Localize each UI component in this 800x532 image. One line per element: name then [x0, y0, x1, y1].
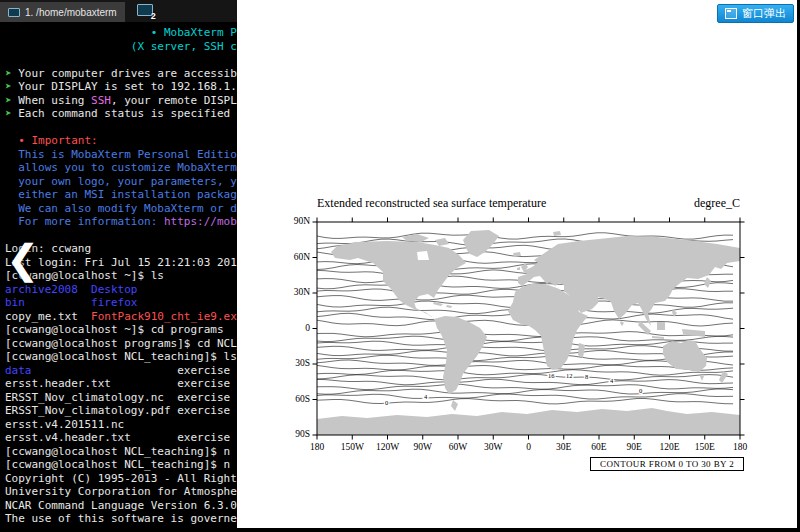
plot-window: 窗口弹出 Extended reconstructed sea surface … — [237, 0, 797, 528]
terminal-line — [5, 229, 242, 243]
terminal-line: [ccwang@localhost programs]$ cd NCL_teac… — [5, 337, 242, 351]
x-axis-label: 30E — [544, 442, 584, 452]
terminal-line: NCAR Command Language Version 6.3.0 — [5, 499, 242, 513]
terminal-line: This is MobaXterm Personal Edition. The … — [5, 148, 242, 162]
y-axis-label: 60N — [276, 252, 310, 262]
x-axis-label: 60W — [438, 442, 478, 452]
terminal-line: your own logo, your parameters, your wel… — [5, 175, 242, 189]
terminal-line: • MobaXterm Personal Edition v8.6 • — [5, 26, 242, 40]
svg-text:8: 8 — [585, 373, 588, 380]
terminal-line: ERSST_Nov_climatology.pdf exercise — [5, 404, 242, 418]
terminal-line: ERSST_Nov_climatology.nc exercise — [5, 391, 242, 405]
terminal-line: copy_me.txt FontPack910_cht_ie9.exe — [5, 310, 242, 324]
terminal-line: [ccwang@localhost NCL_teaching]$ n — [5, 458, 242, 472]
terminal-line: ➤ Your DISPLAY is set to 192.168.1.100:0… — [5, 80, 242, 94]
svg-text:12: 12 — [566, 372, 573, 379]
terminal-line: either an MSI installation package or a … — [5, 188, 242, 202]
terminal-line: data exercise — [5, 364, 242, 378]
continents — [317, 230, 740, 435]
popup-window-button[interactable]: 窗口弹出 — [717, 4, 794, 23]
contour-value-labels: 161284040 — [385, 372, 642, 406]
terminal-line: ersst.v4.header.txt exercise — [5, 431, 242, 445]
map-canvas: 161284040 — [310, 215, 748, 443]
terminal-line — [5, 121, 242, 135]
y-axis-label: 0 — [276, 323, 310, 333]
x-axis-label: 180 — [297, 442, 337, 452]
terminal-line: University Corporation for Atmospheric — [5, 485, 242, 499]
terminal-line: ➤ When using SSH, your remote DISPLAY is… — [5, 94, 242, 108]
terminal-line: [ccwang@localhost ~]$ cd programs — [5, 323, 242, 337]
terminal-line: [ccwang@localhost NCL_teaching]$ ls — [5, 350, 242, 364]
terminal-tab-bar: 1. /home/mobaxterm 2 — [0, 0, 237, 23]
x-axis-label: 60E — [579, 442, 619, 452]
tab-label: 1. /home/mobaxterm — [25, 7, 117, 18]
sst-contour-map: 161284040 90N60N30N030S60S90S180150W120W… — [317, 222, 740, 435]
terminal-line: allows you to customize MobaXterm for yo… — [5, 161, 242, 175]
terminal-line: The use of this software is governed — [5, 512, 242, 526]
svg-text:0: 0 — [385, 399, 388, 406]
y-axis-label: 30N — [276, 287, 310, 297]
svg-text:0: 0 — [639, 387, 642, 394]
x-axis-label: 150E — [685, 442, 725, 452]
svg-text:4: 4 — [424, 393, 428, 400]
y-axis-label: 90S — [276, 429, 310, 439]
terminal-line: ersst.v4.201511.nc — [5, 418, 242, 432]
terminal-tab-icon — [8, 8, 20, 17]
x-axis-label: 30W — [473, 442, 513, 452]
terminal-line: • Important: — [5, 134, 242, 148]
x-axis-label: 150W — [332, 442, 372, 452]
y-axis-label: 90N — [276, 216, 310, 226]
tab-2[interactable]: 2 — [135, 1, 157, 21]
terminal-line: Last login: Fri Jul 15 21:21:03 2016 — [5, 256, 242, 270]
contour-info-box: CONTOUR FROM 0 TO 30 BY 2 — [590, 457, 744, 471]
terminal-line: ➤ Each command status is specified by a … — [5, 107, 242, 121]
terminal-line: Copyright (C) 1995-2013 - All Rights — [5, 472, 242, 486]
plot-title: Extended reconstructed sea surface tempe… — [317, 196, 546, 211]
terminal-line: ersst.header.txt exercise — [5, 377, 242, 391]
terminal-line: [ccwang@localhost NCL_teaching]$ n — [5, 445, 242, 459]
x-axis-label: 90W — [403, 442, 443, 452]
terminal-line: (X server, SSH client and network tools) — [5, 40, 242, 54]
plot-units-label: degree_C — [694, 196, 740, 211]
x-axis-label: 0 — [509, 442, 549, 452]
terminal-line: For more information: https://mobaxterm.… — [5, 215, 242, 229]
terminal-line: ➤ Your computer drives are accessible th… — [5, 67, 242, 81]
x-axis-label: 90E — [614, 442, 654, 452]
popup-button-label: 窗口弹出 — [742, 6, 786, 21]
y-axis-label: 60S — [276, 394, 310, 404]
terminal-line: [ccwang@localhost ~]$ ls — [5, 269, 242, 283]
x-axis-label: 120E — [650, 442, 690, 452]
previous-arrow[interactable]: ❮ — [6, 236, 40, 282]
x-axis-label: 180 — [720, 442, 760, 452]
terminal-line: Login: ccwang — [5, 242, 242, 256]
popup-window-icon — [725, 8, 737, 19]
terminal-line: archive2008 Desktop — [5, 283, 242, 297]
terminal-line: We can also modify MobaXterm or develop … — [5, 202, 242, 216]
terminal-line: bin firefox — [5, 296, 242, 310]
x-axis-label: 120W — [368, 442, 408, 452]
svg-text:4: 4 — [610, 377, 614, 384]
y-axis-label: 30S — [276, 358, 310, 368]
tab-home-mobaxterm[interactable]: 1. /home/mobaxterm — [0, 2, 125, 22]
terminal-line — [5, 53, 242, 67]
svg-text:16: 16 — [548, 372, 555, 379]
tab-2-number: 2 — [151, 11, 156, 21]
